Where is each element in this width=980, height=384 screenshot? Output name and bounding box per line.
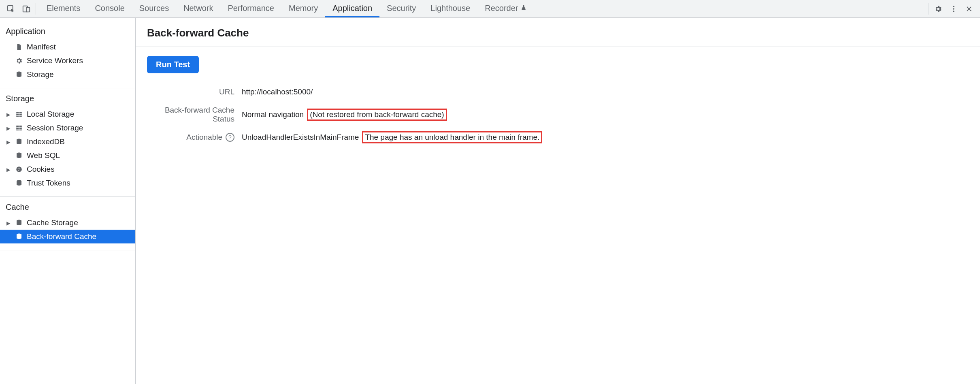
storage-icon [15, 137, 23, 146]
sidebar-section-application: ▸ Manifest ▸ Service Workers ▸ Storage [0, 39, 135, 85]
storage-icon [15, 179, 23, 188]
workspace: Application ▸ Manifest ▸ Service Workers… [0, 18, 980, 384]
report-label-text: Actionable [186, 133, 222, 142]
report-label: Actionable ? [147, 133, 242, 142]
tab-security[interactable]: Security [379, 0, 423, 17]
svg-rect-2 [26, 7, 30, 12]
tab-memory[interactable]: Memory [281, 0, 325, 17]
sidebar-section-title: Cache [0, 197, 135, 215]
help-icon[interactable]: ? [226, 133, 234, 142]
storage-icon [15, 218, 23, 227]
chevron-right-icon[interactable]: ▸ [6, 139, 11, 145]
sidebar-item-label: Manifest [27, 43, 56, 51]
content-panel: Back-forward Cache Run Test URL http://l… [136, 18, 980, 384]
sidebar-section-cache: ▸ Cache Storage ▸ Back-forward Cache [0, 215, 135, 247]
devtools-tabs: Elements Console Sources Network Perform… [39, 0, 534, 17]
sidebar-item-label: Local Storage [27, 110, 74, 119]
sidebar-item-indexeddb[interactable]: ▸ IndexedDB [0, 135, 135, 149]
svg-point-13 [19, 168, 20, 169]
chevron-right-icon[interactable]: ▸ [6, 166, 11, 172]
tab-performance[interactable]: Performance [221, 0, 282, 17]
sidebar-item-label: Web SQL [27, 151, 60, 160]
sidebar-item-label: Cache Storage [27, 218, 78, 227]
sidebar-item-label: Storage [27, 70, 54, 79]
svg-point-4 [953, 8, 954, 9]
sidebar-item-label: IndexedDB [27, 137, 65, 146]
sidebar-item-back-forward-cache[interactable]: ▸ Back-forward Cache [0, 230, 135, 243]
run-test-row: Run Test [136, 47, 980, 77]
report-value: Normal navigation (Not restored from bac… [242, 109, 447, 121]
report-row-url: URL http://localhost:5000/ [147, 81, 969, 103]
application-sidebar: Application ▸ Manifest ▸ Service Workers… [0, 18, 136, 384]
sidebar-item-local-storage[interactable]: ▸ Local Storage [0, 107, 135, 121]
storage-icon [15, 70, 23, 79]
report-label: Back-forward Cache Status [147, 106, 242, 124]
sidebar-item-web-sql[interactable]: ▸ Web SQL [0, 149, 135, 162]
tab-label: Recorder [485, 4, 518, 13]
settings-icon[interactable] [933, 4, 944, 14]
sidebar-item-label: Back-forward Cache [27, 232, 96, 241]
table-icon [15, 110, 23, 119]
table-icon [15, 124, 23, 132]
sidebar-item-label: Cookies [27, 165, 55, 174]
cookie-icon [15, 165, 23, 174]
svg-point-3 [953, 6, 954, 7]
sidebar-item-session-storage[interactable]: ▸ Session Storage [0, 121, 135, 135]
storage-icon [15, 232, 23, 241]
run-test-button[interactable]: Run Test [147, 56, 199, 73]
tab-recorder[interactable]: Recorder [477, 0, 534, 17]
sidebar-item-storage[interactable]: ▸ Storage [0, 68, 135, 81]
report-label: URL [147, 87, 242, 96]
tab-network[interactable]: Network [176, 0, 220, 17]
sidebar-item-cache-storage[interactable]: ▸ Cache Storage [0, 216, 135, 230]
device-toggle-icon[interactable] [21, 4, 32, 14]
more-vert-icon[interactable] [948, 4, 959, 14]
status-text: Normal navigation [242, 110, 304, 119]
tab-label: Performance [228, 4, 275, 13]
tab-label: Memory [289, 4, 318, 13]
sidebar-item-label: Service Workers [27, 56, 83, 65]
page-title: Back-forward Cache [136, 18, 980, 47]
file-icon [15, 43, 23, 51]
tab-application[interactable]: Application [325, 0, 379, 17]
sidebar-section-title: Storage [0, 88, 135, 107]
close-icon[interactable] [964, 4, 974, 14]
sidebar-item-service-workers[interactable]: ▸ Service Workers [0, 54, 135, 68]
flask-icon [520, 4, 527, 13]
tabstrip-left-tools [2, 3, 36, 15]
tab-label: Application [332, 4, 372, 13]
chevron-right-icon[interactable]: ▸ [6, 125, 11, 131]
sidebar-item-label: Session Storage [27, 124, 83, 132]
storage-icon [15, 151, 23, 160]
sidebar-section-title: Application [0, 21, 135, 39]
actionable-message-highlight: The page has an unload handler in the ma… [362, 131, 542, 143]
svg-point-15 [18, 170, 19, 171]
status-not-restored-highlight: (Not restored from back-forward cache) [307, 109, 447, 121]
report-value: UnloadHandlerExistsInMainFrame The page … [242, 131, 542, 143]
sidebar-item-cookies[interactable]: ▸ Cookies [0, 162, 135, 176]
tab-elements[interactable]: Elements [39, 0, 87, 17]
sidebar-item-trust-tokens[interactable]: ▸ Trust Tokens [0, 176, 135, 190]
gear-icon [15, 56, 23, 65]
tab-label: Console [95, 4, 124, 13]
tab-sources[interactable]: Sources [132, 0, 176, 17]
chevron-right-icon[interactable]: ▸ [6, 111, 11, 117]
tab-label: Network [183, 4, 213, 13]
actionable-reason-code: UnloadHandlerExistsInMainFrame [242, 133, 359, 142]
report-value: http://localhost:5000/ [242, 87, 313, 96]
sidebar-item-label: Trust Tokens [27, 179, 70, 188]
tab-lighthouse[interactable]: Lighthouse [423, 0, 477, 17]
inspect-element-icon[interactable] [6, 4, 16, 14]
tab-label: Sources [139, 4, 169, 13]
svg-point-12 [18, 169, 19, 169]
report-row-status: Back-forward Cache Status Normal navigat… [147, 103, 969, 126]
tab-label: Elements [47, 4, 80, 13]
tabstrip-right-tools [929, 3, 978, 15]
tab-console[interactable]: Console [87, 0, 132, 17]
sidebar-item-manifest[interactable]: ▸ Manifest [0, 40, 135, 54]
svg-point-5 [953, 11, 954, 12]
bfcache-report: URL http://localhost:5000/ Back-forward … [136, 77, 980, 152]
chevron-right-icon[interactable]: ▸ [6, 220, 11, 226]
tab-label: Lighthouse [430, 4, 470, 13]
svg-point-11 [16, 166, 22, 172]
